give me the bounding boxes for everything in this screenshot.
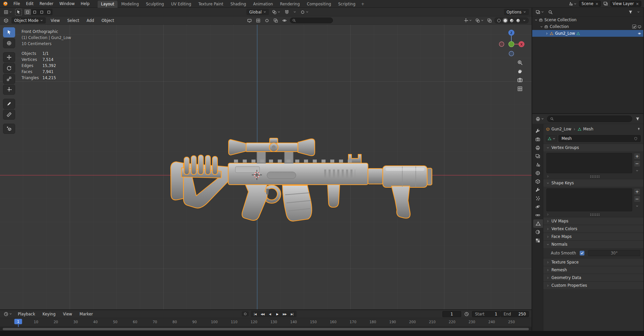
viewport-canvas[interactable]: Front Orthographic (1) Collection | Gun2… <box>0 25 532 309</box>
mesh-name-field[interactable]: Mesh <box>558 135 641 142</box>
jump-to-end-button[interactable]: ▶| <box>289 311 296 317</box>
workspace-tab-rendering[interactable]: Rendering <box>277 1 303 8</box>
snap-settings-dropdown[interactable] <box>292 10 297 14</box>
tool-scale[interactable] <box>3 74 15 84</box>
tab-object[interactable] <box>532 177 543 186</box>
menu-file[interactable]: File <box>11 1 23 7</box>
tab-world[interactable] <box>532 169 543 177</box>
shape-key-add-button[interactable]: + <box>634 188 640 195</box>
shading-rendered-button[interactable] <box>515 18 521 23</box>
blender-logo-icon[interactable] <box>3 1 8 6</box>
view-layer-icon[interactable] <box>602 1 609 7</box>
auto-smooth-checkbox[interactable] <box>580 251 584 255</box>
menu-render[interactable]: Render <box>37 1 56 7</box>
menu-help[interactable]: Help <box>78 1 92 7</box>
menu-edit[interactable]: Edit <box>23 1 36 7</box>
gizmo-neg-z-axis[interactable] <box>509 51 514 56</box>
tool-select-box[interactable] <box>3 27 15 37</box>
menu-view[interactable]: View <box>48 18 62 24</box>
tab-object-data[interactable] <box>533 219 543 228</box>
view-layer-selector[interactable]: View Layer × <box>610 1 641 7</box>
tool-move[interactable] <box>3 52 15 62</box>
shading-wireframe-button[interactable] <box>496 18 502 23</box>
viewport-toggle-icon-4[interactable] <box>272 18 279 24</box>
shape-keys-list[interactable] <box>546 188 632 211</box>
tab-particles[interactable] <box>532 194 543 203</box>
menu-timeline-view[interactable]: View <box>60 311 75 317</box>
workspace-tab-compositing[interactable]: Compositing <box>303 1 334 8</box>
subpanel-toggle-icon[interactable] <box>546 175 549 178</box>
workspace-tab-layout[interactable]: Layout <box>98 1 117 8</box>
active-tool-tweak-icon[interactable] <box>15 9 22 16</box>
mode-dropdown[interactable]: Object Mode <box>11 17 46 24</box>
play-reverse-button[interactable]: ◀ <box>266 311 274 317</box>
panel-header-face-maps[interactable]: Face Maps <box>543 233 643 240</box>
timeline-ruler[interactable]: 1 11020304050607080901001101201301401501… <box>0 318 532 327</box>
editor-type-button[interactable] <box>3 9 13 15</box>
previous-keyframe-button[interactable]: ◀◀ <box>259 311 266 317</box>
tool-measure[interactable] <box>3 110 15 120</box>
viewport-search-field[interactable] <box>290 18 333 23</box>
camera-view-button[interactable] <box>517 77 523 83</box>
shape-key-remove-button[interactable]: − <box>634 196 640 202</box>
menu-select[interactable]: Select <box>65 18 82 24</box>
frame-end-field[interactable]: End250 <box>501 311 529 317</box>
gizmo-y-axis[interactable] <box>509 41 514 47</box>
show-gizmo-toggle[interactable] <box>463 18 473 24</box>
subpanel-toggle-icon[interactable] <box>546 213 549 216</box>
proportional-editing-toggle[interactable] <box>299 9 310 15</box>
panel-header-geometry-data[interactable]: Geometry Data <box>543 274 643 281</box>
vertex-group-add-button[interactable]: + <box>634 153 640 159</box>
select-mode-extend-button[interactable] <box>31 9 38 15</box>
gizmo-neg-x-axis[interactable] <box>499 42 504 47</box>
pin-id-button[interactable] <box>637 127 641 131</box>
workspace-tab-sculpting[interactable]: Sculpting <box>142 1 167 8</box>
preview-range-button[interactable] <box>463 311 470 317</box>
gun-model[interactable] <box>167 134 436 228</box>
scene-browse-button[interactable] <box>567 1 578 7</box>
list-resize-grip[interactable] <box>590 175 600 178</box>
auto-keying-button[interactable] <box>242 311 249 316</box>
tab-modifiers[interactable] <box>532 186 543 194</box>
panel-header-remesh[interactable]: Remesh <box>543 266 643 274</box>
pan-hand-button[interactable] <box>517 68 523 74</box>
timeline-editor-type-button[interactable] <box>3 311 13 317</box>
zoom-button[interactable] <box>517 60 523 65</box>
tool-rotate[interactable] <box>3 63 15 73</box>
panel-header-uv-maps[interactable]: UV Maps <box>543 217 643 225</box>
workspace-tab-scripting[interactable]: Scripting <box>335 1 359 8</box>
show-overlays-toggle[interactable] <box>474 18 485 24</box>
panel-header-vertex-colors[interactable]: Vertex Colors <box>543 225 643 233</box>
tab-tool[interactable] <box>532 127 543 135</box>
transform-orientation-dropdown[interactable]: Global <box>246 9 269 15</box>
playhead[interactable]: 1 <box>14 319 22 327</box>
tab-physics[interactable] <box>532 203 543 211</box>
tab-scene[interactable] <box>532 160 543 169</box>
outliner-filter-icon[interactable] <box>627 9 634 15</box>
auto-smooth-angle-field[interactable]: 30° <box>588 250 640 256</box>
tool-transform[interactable] <box>3 85 15 95</box>
viewport-toggle-icon-2[interactable] <box>255 18 262 24</box>
menu-add[interactable]: Add <box>84 18 97 24</box>
menu-keying[interactable]: Keying <box>40 311 58 317</box>
tool-cursor[interactable] <box>3 38 15 48</box>
tab-output[interactable] <box>532 144 543 152</box>
menu-window[interactable]: Window <box>57 1 77 7</box>
tab-render[interactable] <box>532 135 543 144</box>
workspace-tab-shading[interactable]: Shading <box>227 1 249 8</box>
viewport-toggle-icon-3[interactable] <box>264 18 270 24</box>
workspace-tab-texture-paint[interactable]: Texture Paint <box>195 1 227 8</box>
viewport-toggle-icon-5[interactable] <box>281 18 288 24</box>
properties-editor-type-button[interactable] <box>535 116 545 122</box>
vertex-groups-list[interactable] <box>546 153 632 173</box>
timeline-scrollbar[interactable] <box>0 327 532 331</box>
shading-solid-button[interactable] <box>503 18 508 23</box>
list-resize-grip[interactable] <box>590 213 600 216</box>
panel-header-vertex-groups[interactable]: Vertex Groups <box>543 144 643 151</box>
select-mode-subtract-button[interactable] <box>38 9 45 15</box>
tab-material[interactable] <box>532 228 543 236</box>
vertex-group-remove-button[interactable]: − <box>634 160 640 167</box>
jump-to-start-button[interactable]: |◀ <box>251 311 259 317</box>
tab-texture[interactable] <box>532 236 543 245</box>
panel-header-shape-keys[interactable]: Shape Keys <box>543 179 643 187</box>
